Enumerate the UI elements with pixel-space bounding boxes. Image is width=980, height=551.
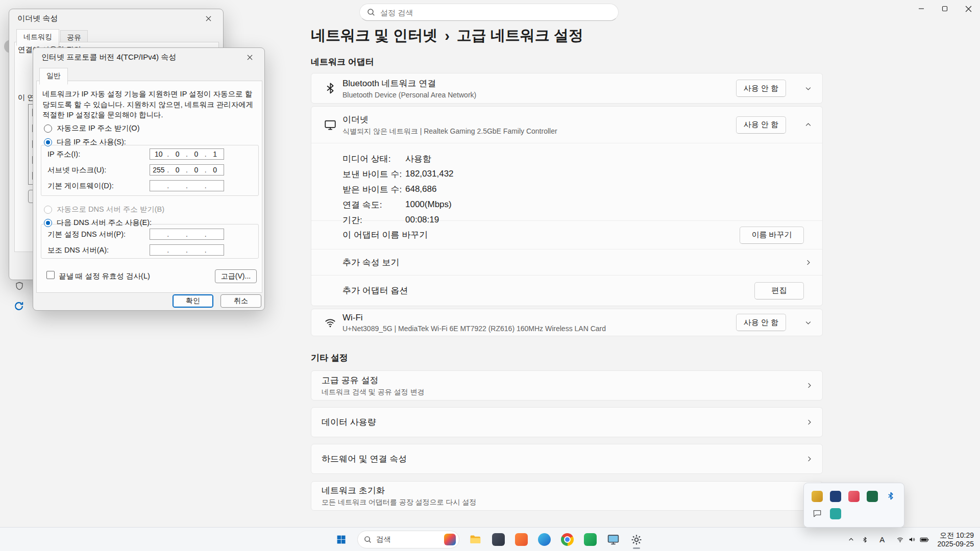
octet-separator bbox=[204, 166, 207, 174]
settings-gear-icon bbox=[630, 534, 643, 546]
volume-icon bbox=[908, 536, 916, 543]
ime-mode-indicator[interactable]: A bbox=[872, 531, 892, 549]
dialog-title: 이더넷 속성 bbox=[17, 14, 58, 23]
detail-label: 기간: bbox=[342, 214, 405, 226]
update-icon bbox=[13, 300, 24, 312]
flyout-gold-app-icon[interactable] bbox=[812, 491, 823, 502]
maximize-button[interactable] bbox=[933, 0, 957, 17]
taskbar-app-4[interactable] bbox=[534, 529, 555, 550]
ethernet-details: 미디어 상태:사용함 보낸 바이트 수:182,031,432 받은 바이트 수… bbox=[311, 143, 822, 220]
tray-overflow-chevron[interactable] bbox=[845, 531, 857, 549]
bluetooth-expander[interactable] bbox=[798, 78, 818, 98]
preferred-dns-input[interactable] bbox=[150, 229, 224, 240]
ethernet-icon bbox=[324, 118, 337, 132]
start-button[interactable] bbox=[331, 529, 352, 550]
quick-settings-button[interactable] bbox=[893, 531, 932, 549]
taskbar: 검색 A bbox=[0, 527, 980, 551]
sidebar-item-privacy-security[interactable] bbox=[14, 281, 24, 291]
radio-manual-ip[interactable]: 다음 IP 주소 사용(S): bbox=[44, 137, 126, 147]
taskbar-app-2[interactable] bbox=[488, 529, 509, 550]
close-button[interactable] bbox=[957, 0, 980, 17]
wifi-expander[interactable] bbox=[798, 312, 818, 333]
flyout-chat-icon[interactable] bbox=[812, 508, 822, 518]
radio-auto-dns[interactable]: 자동으로 DNS 서버 주소 받기(B) bbox=[44, 205, 164, 214]
chevron-down-icon bbox=[804, 85, 812, 92]
tab-networking[interactable]: 네트워킹 bbox=[16, 29, 59, 46]
octet: 0 bbox=[170, 166, 185, 174]
flyout-bluetooth-icon[interactable] bbox=[886, 491, 895, 501]
cancel-button[interactable]: 취소 bbox=[220, 294, 261, 308]
dialog-description: 네트워크가 IP 자동 설정 기능을 지원하면 IP 설정이 자동으로 할당되도… bbox=[42, 89, 257, 120]
settings-search[interactable] bbox=[359, 4, 619, 21]
taskbar-app-settings[interactable] bbox=[626, 529, 647, 550]
sidebar-item-windows-update[interactable] bbox=[13, 300, 24, 312]
flyout-red-app-icon[interactable] bbox=[848, 491, 860, 502]
radio-disabled-icon[interactable] bbox=[44, 206, 52, 214]
green-app-icon bbox=[584, 533, 597, 546]
hardware-connection-properties-card[interactable]: 하드웨어 및 연결 속성 bbox=[311, 444, 823, 474]
taskbar-clock[interactable]: 오전 10:29 2025-09-25 bbox=[937, 531, 974, 548]
breadcrumb-parent[interactable]: 네트워크 및 인터넷 bbox=[311, 26, 437, 46]
ok-button[interactable]: 확인 bbox=[173, 294, 213, 308]
validate-checkbox[interactable] bbox=[46, 271, 55, 279]
tab-general[interactable]: 일반 bbox=[39, 68, 68, 85]
alternate-dns-input[interactable] bbox=[150, 244, 224, 256]
taskbar-app-chrome[interactable] bbox=[557, 529, 578, 550]
radio-manual-dns[interactable]: 다음 DNS 서버 주소 사용(E): bbox=[44, 218, 152, 228]
chevron-right-icon bbox=[805, 382, 813, 389]
card-title: 하드웨어 및 연결 속성 bbox=[322, 453, 805, 465]
taskbar-app-display[interactable] bbox=[603, 529, 624, 550]
wifi-disable-button[interactable]: 사용 안 함 bbox=[736, 314, 786, 331]
taskbar-search[interactable]: 검색 bbox=[357, 531, 459, 548]
detail-value: 1000(Mbps) bbox=[405, 199, 452, 210]
settings-search-input[interactable] bbox=[380, 8, 611, 17]
bluetooth-disable-button[interactable]: 사용 안 함 bbox=[736, 80, 786, 97]
radio-checked-icon[interactable] bbox=[44, 219, 52, 227]
octet: 1 bbox=[207, 150, 223, 158]
view-additional-properties-row[interactable]: 추가 속성 보기 bbox=[311, 249, 822, 275]
shield-icon bbox=[14, 281, 24, 291]
search-highlight-icon[interactable] bbox=[444, 534, 456, 545]
close-icon[interactable] bbox=[200, 12, 217, 25]
flyout-navy-app-icon[interactable] bbox=[830, 491, 841, 502]
octet-separator bbox=[166, 246, 170, 254]
ethernet-disable-button[interactable]: 사용 안 함 bbox=[736, 116, 786, 134]
dialog-titlebar[interactable]: 인터넷 프로토콜 버전 4(TCP/IPv4) 속성 bbox=[33, 48, 264, 66]
ethernet-expander[interactable] bbox=[798, 115, 818, 135]
rename-button[interactable]: 이름 바꾸기 bbox=[740, 227, 804, 244]
file-explorer-icon bbox=[469, 533, 482, 546]
subnet-mask-input[interactable]: 255000 bbox=[150, 164, 224, 176]
minimize-button[interactable] bbox=[910, 0, 933, 17]
detail-value: 648,686 bbox=[405, 184, 436, 194]
data-usage-card[interactable]: 데이터 사용량 bbox=[311, 407, 823, 437]
default-gateway-label: 기본 게이트웨이(D): bbox=[47, 180, 114, 191]
octet-separator bbox=[166, 182, 170, 190]
octet-separator bbox=[166, 230, 170, 238]
radio-unchecked-icon[interactable] bbox=[44, 124, 52, 133]
radio-auto-ip[interactable]: 자동으로 IP 주소 받기(O) bbox=[44, 123, 139, 133]
chevron-up-icon bbox=[804, 121, 812, 129]
default-gateway-input[interactable] bbox=[150, 180, 224, 191]
ip-address-input[interactable]: 10001 bbox=[150, 148, 224, 160]
dialog-titlebar[interactable]: 이더넷 속성 bbox=[9, 9, 223, 28]
flyout-teal-app-icon[interactable] bbox=[830, 508, 841, 519]
breadcrumb-separator: › bbox=[445, 28, 450, 44]
network-reset-card[interactable]: 네트워크 초기화 모든 네트워크 어댑터를 공장 설정으로 다시 설정 bbox=[311, 481, 823, 511]
card-title: 고급 공유 설정 bbox=[322, 374, 805, 386]
radio-checked-icon[interactable] bbox=[44, 138, 52, 146]
advanced-button[interactable]: 고급(V)... bbox=[215, 269, 257, 283]
detail-label: 받은 바이트 수: bbox=[342, 184, 405, 195]
octet-separator bbox=[166, 150, 170, 158]
tray-bluetooth-icon[interactable] bbox=[859, 531, 871, 549]
octet-separator bbox=[166, 166, 170, 174]
taskbar-app-6[interactable] bbox=[580, 529, 601, 550]
section-other-settings: 기타 설정 bbox=[311, 352, 348, 364]
taskbar-app-file-explorer[interactable] bbox=[465, 529, 486, 550]
advanced-sharing-settings-card[interactable]: 고급 공유 설정 네트워크 검색 및 공유 설정 변경 bbox=[311, 370, 823, 400]
octet: 0 bbox=[189, 150, 204, 158]
close-icon[interactable] bbox=[241, 51, 258, 64]
edit-button[interactable]: 편집 bbox=[754, 282, 804, 299]
flyout-green-app-icon[interactable] bbox=[867, 491, 878, 502]
more-adapter-options-row: 추가 어댑터 옵션 편집 bbox=[311, 275, 822, 306]
taskbar-app-3[interactable] bbox=[511, 529, 532, 550]
